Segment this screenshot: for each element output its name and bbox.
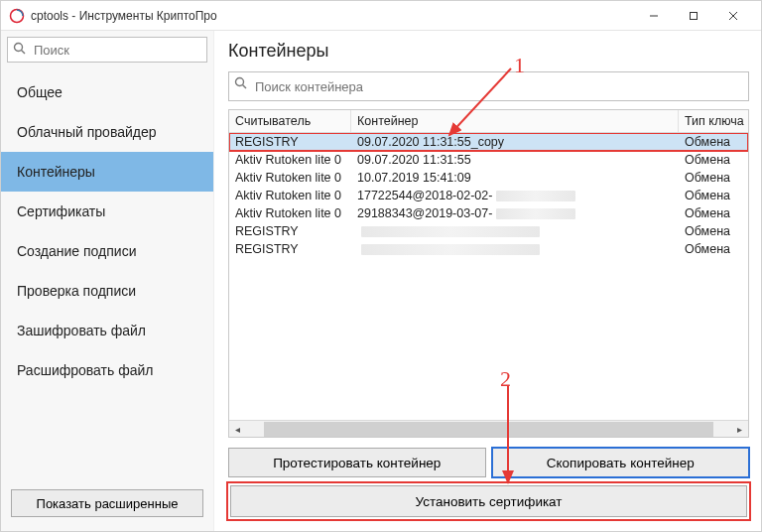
scroll-thumb[interactable] bbox=[264, 422, 713, 437]
close-button[interactable] bbox=[713, 2, 753, 30]
table-row[interactable]: Aktiv Rutoken lite 029188343@2019-03-07-… bbox=[229, 204, 748, 222]
cell-container: 17722544@2018-02-02- bbox=[351, 188, 679, 203]
cell-keytype: Обмена bbox=[679, 223, 748, 239]
container-search-input[interactable] bbox=[228, 71, 749, 101]
horizontal-scrollbar[interactable]: ◂ ▸ bbox=[229, 420, 748, 437]
svg-line-8 bbox=[243, 85, 247, 89]
cell-reader: Aktiv Rutoken lite 0 bbox=[229, 188, 351, 203]
sidebar-search bbox=[7, 37, 207, 63]
svg-line-6 bbox=[22, 51, 26, 55]
cell-reader: Aktiv Rutoken lite 0 bbox=[229, 152, 351, 168]
table-row[interactable]: REGISTRY09.07.2020 11:31:55_copyОбмена bbox=[229, 133, 748, 151]
table-row[interactable]: REGISTRYОбмена bbox=[229, 240, 748, 258]
cell-container: 29188343@2019-03-07- bbox=[351, 205, 679, 221]
sidebar-nav: Общее Облачный провайдер Контейнеры Серт… bbox=[1, 72, 213, 479]
cell-reader: Aktiv Rutoken lite 0 bbox=[229, 170, 351, 186]
cell-keytype: Обмена bbox=[679, 188, 748, 203]
table-row[interactable]: REGISTRYОбмена bbox=[229, 222, 748, 240]
search-icon bbox=[234, 76, 248, 90]
main-panel: Контейнеры Считыватель Контейнер Тип клю… bbox=[214, 31, 761, 531]
sidebar-item-verify-signature[interactable]: Проверка подписи bbox=[1, 271, 213, 311]
cell-container bbox=[351, 223, 679, 239]
containers-table: Считыватель Контейнер Тип ключа REGISTRY… bbox=[228, 109, 749, 438]
window-title: cptools - Инструменты КриптоПро bbox=[31, 9, 634, 23]
svg-point-5 bbox=[15, 44, 23, 52]
container-search bbox=[228, 71, 749, 101]
sidebar-item-containers[interactable]: Контейнеры bbox=[1, 152, 213, 192]
cell-container: 10.07.2019 15:41:09 bbox=[351, 170, 679, 186]
window-controls bbox=[634, 2, 753, 30]
column-header-keytype[interactable]: Тип ключа bbox=[679, 110, 748, 132]
cell-keytype: Обмена bbox=[679, 134, 748, 150]
cell-keytype: Обмена bbox=[679, 152, 748, 168]
cell-keytype: Обмена bbox=[679, 170, 748, 186]
sidebar-item-cloud-provider[interactable]: Облачный провайдер bbox=[1, 112, 213, 152]
sidebar: Общее Облачный провайдер Контейнеры Серт… bbox=[1, 31, 214, 531]
app-window: cptools - Инструменты КриптоПро bbox=[0, 0, 762, 532]
search-icon bbox=[13, 42, 27, 56]
scroll-left-icon[interactable]: ◂ bbox=[229, 421, 246, 438]
cell-keytype: Обмена bbox=[679, 241, 748, 257]
cell-container bbox=[351, 241, 679, 257]
table-header: Считыватель Контейнер Тип ключа bbox=[229, 110, 748, 133]
sidebar-item-general[interactable]: Общее bbox=[1, 72, 213, 112]
cell-reader: Aktiv Rutoken lite 0 bbox=[229, 205, 351, 221]
table-row[interactable]: Aktiv Rutoken lite 017722544@2018-02-02-… bbox=[229, 187, 748, 204]
app-icon bbox=[9, 8, 25, 24]
install-certificate-button[interactable]: Установить сертификат bbox=[230, 485, 747, 517]
minimize-button[interactable] bbox=[634, 2, 674, 30]
scroll-right-icon[interactable]: ▸ bbox=[731, 421, 748, 438]
cell-reader: REGISTRY bbox=[229, 134, 351, 150]
sidebar-search-input[interactable] bbox=[7, 37, 207, 63]
table-row[interactable]: Aktiv Rutoken lite 009.07.2020 11:31:55О… bbox=[229, 151, 748, 169]
sidebar-item-encrypt-file[interactable]: Зашифровать файл bbox=[1, 311, 213, 350]
table-row[interactable]: Aktiv Rutoken lite 010.07.2019 15:41:09О… bbox=[229, 169, 748, 187]
cell-reader: REGISTRY bbox=[229, 241, 351, 257]
page-title: Контейнеры bbox=[228, 41, 749, 62]
test-container-button[interactable]: Протестировать контейнер bbox=[228, 448, 486, 477]
show-extended-button[interactable]: Показать расширенные bbox=[11, 489, 203, 517]
cell-container: 09.07.2020 11:31:55_copy bbox=[351, 134, 679, 150]
titlebar: cptools - Инструменты КриптоПро bbox=[1, 1, 761, 31]
svg-point-7 bbox=[236, 78, 244, 86]
maximize-button[interactable] bbox=[674, 2, 713, 30]
cell-reader: REGISTRY bbox=[229, 223, 351, 239]
sidebar-item-create-signature[interactable]: Создание подписи bbox=[1, 231, 213, 271]
sidebar-item-decrypt-file[interactable]: Расшифровать файл bbox=[1, 350, 213, 390]
table-body: REGISTRY09.07.2020 11:31:55_copyОбменаAk… bbox=[229, 133, 748, 420]
copy-container-button[interactable]: Скопировать контейнер bbox=[492, 448, 750, 477]
cell-keytype: Обмена bbox=[679, 205, 748, 221]
column-header-reader[interactable]: Считыватель bbox=[229, 110, 351, 132]
svg-rect-2 bbox=[691, 12, 698, 19]
column-header-container[interactable]: Контейнер bbox=[351, 110, 679, 132]
cell-container: 09.07.2020 11:31:55 bbox=[351, 152, 679, 168]
sidebar-item-certificates[interactable]: Сертификаты bbox=[1, 192, 213, 231]
